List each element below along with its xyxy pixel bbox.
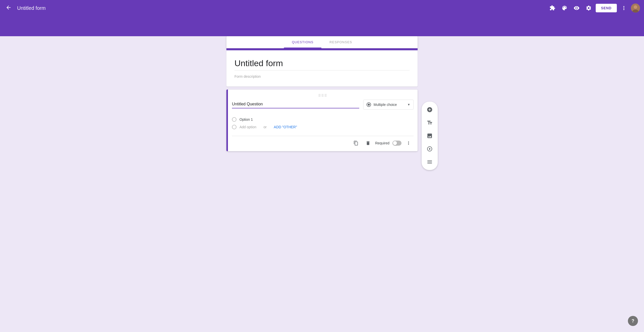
add-option-row: Add option or ADD "OTHER" [232,123,414,131]
drag-handle[interactable]: ⠿⠿⠿ [232,94,414,98]
tabs-row: QUESTIONS RESPONSES [226,36,418,48]
options-list: Option 1 Add option or ADD "OTHER" [232,115,414,132]
add-option-radio-indicator [232,125,236,129]
top-navigation: Untitled form SEND [0,0,644,16]
form-description[interactable]: Form description [234,74,410,78]
add-question-button[interactable] [424,104,436,116]
purple-banner [0,16,644,36]
right-sidebar [422,102,438,170]
palette-icon-button[interactable] [559,3,570,13]
user-avatar[interactable] [631,4,640,13]
more-options-button[interactable] [619,3,629,13]
send-button[interactable]: SEND [596,4,617,12]
required-toggle[interactable] [392,141,401,146]
duplicate-button[interactable] [351,138,361,148]
option-radio-indicator [232,117,236,122]
tab-responses[interactable]: RESPONSES [321,36,360,48]
question-footer: Required [232,136,414,151]
question-row: Multiple choice ▼ [232,100,414,110]
add-title-button[interactable] [424,117,436,129]
add-option-text[interactable]: Add option [239,125,256,129]
puzzle-icon-button[interactable] [547,3,557,13]
add-video-button[interactable] [424,143,436,155]
add-section-button[interactable] [424,156,436,168]
question-title-input[interactable] [232,101,359,108]
required-label: Required [375,141,389,145]
add-image-button[interactable] [424,130,436,142]
form-title-nav: Untitled form [17,5,46,11]
nav-left: Untitled form [4,3,547,13]
add-other-link[interactable]: ADD "OTHER" [274,125,297,129]
delete-button[interactable] [363,138,373,148]
question-type-dropdown[interactable]: Multiple choice ▼ [363,100,414,110]
form-container: QUESTIONS RESPONSES Untitled form Form d… [226,36,418,332]
chevron-down-icon: ▼ [407,103,410,106]
form-title-card: Untitled form Form description [226,48,418,87]
option-1-label[interactable]: Option 1 [239,117,253,121]
question-more-button[interactable] [404,138,414,148]
back-button[interactable] [4,3,13,13]
settings-icon-button[interactable] [584,3,594,13]
tab-questions[interactable]: QUESTIONS [284,36,321,48]
tabs-card: QUESTIONS RESPONSES [226,36,418,48]
or-text: or [263,125,266,129]
help-button[interactable]: ? [628,316,638,326]
question-card: ⠿⠿⠿ Multiple choice ▼ Option 1 Add optio… [226,90,418,151]
preview-icon-button[interactable] [572,3,582,13]
question-type-label: Multiple choice [374,103,405,107]
radio-icon [367,102,371,107]
option-row: Option 1 [232,116,414,123]
svg-point-1 [634,5,637,9]
form-main-title[interactable]: Untitled form [234,58,410,70]
main-content: QUESTIONS RESPONSES Untitled form Form d… [0,36,644,332]
nav-right: SEND [547,3,640,13]
